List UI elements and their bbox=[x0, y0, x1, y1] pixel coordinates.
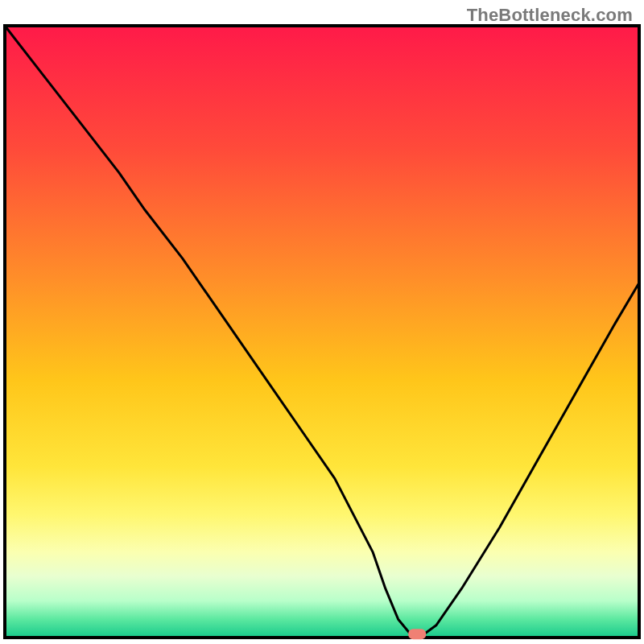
plot-background bbox=[5, 26, 639, 638]
chart-svg bbox=[0, 0, 644, 644]
bottleneck-chart: TheBottleneck.com bbox=[0, 0, 644, 644]
attribution-watermark: TheBottleneck.com bbox=[467, 5, 633, 26]
optimal-marker bbox=[408, 629, 426, 639]
